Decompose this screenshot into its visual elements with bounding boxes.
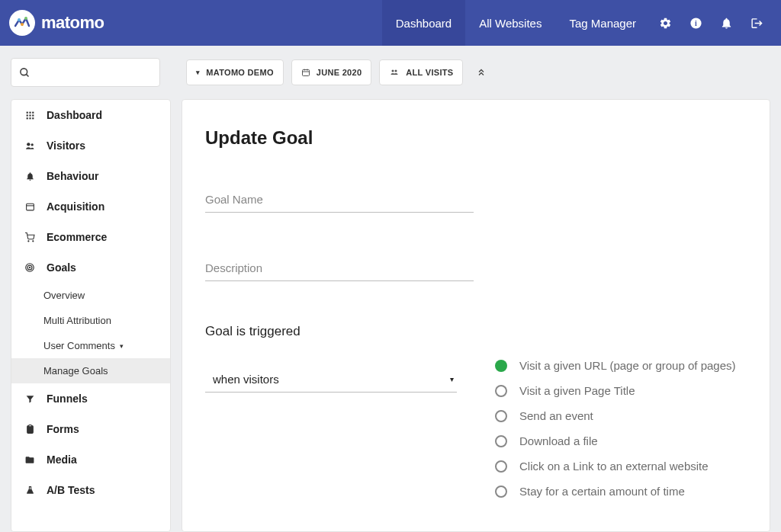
- trigger-row: when visitors ▾ Visit a given URL (page …: [205, 367, 747, 498]
- radio-label: Download a file: [519, 434, 598, 447]
- sidebar-label: Ecommerce: [47, 231, 107, 243]
- cart-icon: [24, 232, 36, 242]
- radio-visit-url[interactable]: Visit a given URL (page or group of page…: [495, 359, 736, 372]
- target-icon: [24, 262, 36, 273]
- sidebar-item-goals[interactable]: Goals: [11, 252, 170, 283]
- clipboard-icon: [24, 425, 36, 434]
- sidebar-label: Behaviour: [47, 170, 98, 182]
- sidebar-item-funnels[interactable]: Funnels: [11, 383, 170, 414]
- radio-label: Stay for a certain amount of time: [519, 485, 685, 498]
- segment-selector[interactable]: ALL VISITS: [379, 59, 463, 85]
- sidebar-label: A/B Tests: [47, 484, 95, 496]
- settings-icon[interactable]: [650, 0, 680, 46]
- flask-icon: [24, 486, 36, 495]
- page-title: Update Goal: [205, 127, 747, 149]
- brand-logo[interactable]: matomo: [9, 10, 104, 36]
- description-field: [205, 255, 474, 281]
- svg-point-26: [28, 240, 29, 241]
- radio-label: Visit a given URL (page or group of page…: [519, 359, 736, 372]
- main-content: Update Goal Goal is triggered when visit…: [182, 99, 770, 532]
- chevron-down-icon: ▾: [120, 342, 124, 350]
- visitors-icon: [24, 141, 36, 151]
- svg-point-30: [29, 267, 30, 268]
- sidebar-label: Goals: [47, 261, 76, 274]
- svg-rect-17: [29, 114, 31, 116]
- radio-download-file[interactable]: Download a file: [495, 434, 736, 447]
- nav-tag-manager[interactable]: Tag Manager: [555, 0, 650, 46]
- svg-point-22: [27, 143, 30, 146]
- radio-label: Click on a Link to an external website: [519, 460, 709, 473]
- svg-point-5: [21, 68, 27, 75]
- sidebar-sub-user-comments[interactable]: User Comments ▾: [11, 333, 170, 358]
- toolbar-row: ▾ MATOMO DEMO JUNE 2020 ALL VISITS: [0, 46, 781, 99]
- sidebar-item-acquisition[interactable]: Acquisition: [11, 191, 170, 222]
- segment-selector-label: ALL VISITS: [406, 68, 453, 77]
- trigger-heading: Goal is triggered: [205, 324, 747, 339]
- svg-point-12: [395, 70, 397, 72]
- svg-rect-32: [28, 425, 31, 426]
- browser-icon: [24, 202, 36, 212]
- sidebar-label: Funnels: [47, 393, 88, 405]
- description-input[interactable]: [205, 255, 474, 281]
- site-selector[interactable]: ▾ MATOMO DEMO: [186, 59, 284, 85]
- svg-point-23: [31, 143, 33, 146]
- sidebar-item-behaviour[interactable]: Behaviour: [11, 161, 170, 191]
- svg-rect-19: [26, 117, 27, 119]
- svg-rect-20: [29, 117, 31, 119]
- brand-name: matomo: [41, 13, 104, 33]
- nav-all-websites[interactable]: All Websites: [465, 0, 555, 46]
- chevron-down-icon: ▾: [450, 375, 454, 383]
- svg-rect-14: [29, 111, 31, 113]
- sidebar-sub-multi-attribution[interactable]: Multi Attribution: [11, 308, 170, 333]
- trigger-dropdown[interactable]: when visitors ▾: [205, 367, 457, 393]
- sidebar-item-ab-tests[interactable]: A/B Tests: [11, 475, 170, 505]
- radio-click-external[interactable]: Click on a Link to an external website: [495, 460, 736, 473]
- bell-icon: [24, 171, 36, 181]
- svg-rect-13: [26, 111, 27, 113]
- grid-icon: [24, 111, 36, 120]
- nav-dashboard[interactable]: Dashboard: [382, 0, 465, 46]
- sidebar-label: Acquisition: [47, 200, 104, 213]
- sidebar-sub-manage-goals[interactable]: Manage Goals: [11, 358, 170, 383]
- radio-send-event[interactable]: Send an event: [495, 409, 736, 422]
- search-input[interactable]: [11, 58, 160, 87]
- sidebar-item-ecommerce[interactable]: Ecommerce: [11, 222, 170, 252]
- main-layout: Dashboard Visitors Behaviour Acquisition…: [0, 99, 781, 532]
- top-navbar: matomo Dashboard All Websites Tag Manage…: [0, 0, 781, 46]
- svg-rect-24: [26, 204, 34, 210]
- expand-icon[interactable]: [471, 59, 492, 85]
- logo-icon: [9, 10, 35, 36]
- radio-stay-time[interactable]: Stay for a certain amount of time: [495, 485, 736, 498]
- goal-name-field: [205, 187, 474, 213]
- radio-label: Send an event: [519, 409, 593, 422]
- period-selector-label: JUNE 2020: [317, 68, 362, 77]
- radio-icon: [495, 360, 507, 372]
- sidebar-label: Visitors: [47, 139, 85, 152]
- sidebar-item-forms[interactable]: Forms: [11, 414, 170, 444]
- radio-icon: [495, 486, 507, 498]
- sidebar-sub-overview[interactable]: Overview: [11, 283, 170, 308]
- radio-icon: [495, 385, 507, 397]
- svg-point-1: [21, 23, 24, 26]
- logout-icon[interactable]: [741, 0, 772, 46]
- trigger-dropdown-label: when visitors: [213, 373, 279, 386]
- funnel-icon: [24, 394, 36, 404]
- sidebar-item-dashboard[interactable]: Dashboard: [11, 100, 170, 130]
- site-selector-label: MATOMO DEMO: [206, 68, 273, 77]
- trigger-radio-list: Visit a given URL (page or group of page…: [495, 359, 736, 498]
- sidebar-label: Media: [47, 453, 77, 466]
- svg-point-2: [24, 17, 27, 20]
- goal-name-input[interactable]: [205, 187, 474, 213]
- sidebar-item-visitors[interactable]: Visitors: [11, 130, 170, 161]
- sidebar-label: Dashboard: [47, 109, 102, 121]
- sidebar-item-media[interactable]: Media: [11, 444, 170, 475]
- radio-label: Visit a given Page Title: [519, 384, 635, 397]
- radio-visit-page-title[interactable]: Visit a given Page Title: [495, 384, 736, 397]
- notifications-icon[interactable]: [711, 0, 741, 46]
- radio-icon: [495, 435, 507, 447]
- svg-rect-21: [32, 117, 34, 119]
- period-selector[interactable]: JUNE 2020: [291, 59, 372, 85]
- sidebar: Dashboard Visitors Behaviour Acquisition…: [11, 99, 171, 532]
- svg-rect-7: [302, 70, 309, 76]
- info-icon[interactable]: i: [680, 0, 711, 46]
